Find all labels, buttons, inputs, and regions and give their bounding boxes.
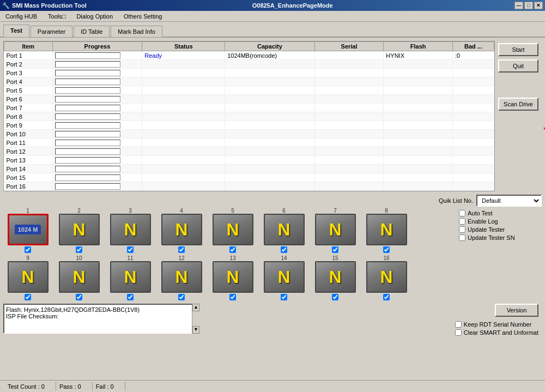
- update-tester-sn-label: Update Tester SN: [468, 234, 515, 241]
- port-box[interactable]: N: [366, 261, 407, 293]
- port-checkbox[interactable]: [229, 294, 236, 300]
- port-checkbox[interactable]: [229, 246, 236, 253]
- port-checkbox[interactable]: [281, 246, 287, 253]
- minimize-button[interactable]: —: [514, 2, 523, 9]
- port-box[interactable]: N: [315, 214, 356, 245]
- port-icon-wrapper: 14N: [259, 255, 308, 300]
- port-number: 3: [129, 208, 132, 214]
- enable-log-row: Enable Log: [459, 218, 537, 225]
- table-cell: [225, 69, 315, 77]
- port-checkbox[interactable]: [127, 294, 134, 300]
- table-cell: [52, 77, 142, 86]
- port-checkbox[interactable]: [25, 246, 31, 253]
- port-box[interactable]: N: [59, 214, 100, 245]
- table-cell: [452, 95, 494, 104]
- port-box[interactable]: N: [213, 214, 253, 245]
- table-row: Port 8: [4, 112, 494, 121]
- port-box[interactable]: N: [213, 261, 253, 293]
- port-box[interactable]: N: [264, 261, 305, 293]
- table-cell: [142, 156, 225, 165]
- port-box[interactable]: N: [264, 214, 305, 245]
- table-cell: [384, 173, 453, 182]
- table-cell: [52, 95, 142, 104]
- port-icon-wrapper: 5N: [208, 208, 257, 253]
- quick-list-select[interactable]: Default: [476, 195, 542, 207]
- port-checkbox[interactable]: [332, 294, 338, 300]
- menu-others-setting[interactable]: Others Setting: [120, 12, 165, 21]
- status-bar: Test Count : 0 Pass : 0 Fail : 0: [0, 380, 545, 392]
- close-button[interactable]: ✕: [534, 2, 543, 9]
- maximize-button[interactable]: □: [524, 2, 533, 9]
- table-section: Item Progress Status Capacity Serial Fla…: [0, 38, 545, 195]
- port-checkbox[interactable]: [383, 246, 390, 253]
- port-checkbox[interactable]: [127, 246, 134, 253]
- port-box[interactable]: N: [315, 261, 356, 293]
- app-icon: 🔧: [2, 2, 10, 9]
- clear-smart-checkbox[interactable]: [455, 329, 462, 336]
- port-checkbox[interactable]: [76, 294, 82, 300]
- scan-drive-button[interactable]: Scan Drive: [498, 98, 538, 111]
- auto-test-checkbox[interactable]: [459, 210, 465, 216]
- menu-tools[interactable]: Tools□: [45, 12, 69, 21]
- port-n-label: N: [72, 220, 85, 240]
- table-cell: [314, 86, 384, 95]
- table-cell: Port 5: [4, 86, 53, 95]
- port-box[interactable]: N: [8, 261, 49, 293]
- table-cell: [314, 182, 384, 191]
- port-box[interactable]: N: [366, 214, 407, 245]
- table-cell: [314, 165, 384, 173]
- flash-scrollbar[interactable]: ▲ ▼: [192, 304, 199, 334]
- port-checkbox[interactable]: [178, 294, 185, 300]
- quick-list-row: Quik List No. Default: [0, 195, 545, 207]
- table-cell: [314, 77, 384, 86]
- tab-test[interactable]: Test: [3, 25, 29, 37]
- port-box[interactable]: N: [59, 261, 100, 293]
- menu-config-hub[interactable]: Config HUB: [2, 12, 40, 21]
- pass-count: Pass : 0: [56, 382, 93, 391]
- quit-button[interactable]: Quit: [498, 59, 538, 73]
- table-cell: [52, 130, 142, 138]
- port-icon-wrapper: 2N: [55, 208, 104, 253]
- port-checkbox[interactable]: [281, 294, 287, 300]
- tab-id-table[interactable]: ID Table: [74, 26, 110, 37]
- col-serial: Serial: [314, 42, 384, 51]
- table-cell: [225, 95, 315, 104]
- enable-log-checkbox[interactable]: [459, 218, 465, 225]
- start-button[interactable]: Start: [498, 43, 538, 56]
- port-icon-wrapper: 13N: [208, 255, 257, 300]
- table-cell: [52, 69, 142, 77]
- port-box[interactable]: N: [110, 261, 151, 293]
- table-cell: [384, 182, 453, 191]
- table-cell: [52, 182, 142, 191]
- update-tester-checkbox[interactable]: [459, 226, 465, 233]
- port-n-label: N: [175, 267, 187, 287]
- port-box[interactable]: N: [161, 214, 202, 245]
- port-box-active[interactable]: 1024 M: [8, 214, 49, 245]
- port-checkbox[interactable]: [332, 246, 338, 253]
- scroll-up[interactable]: ▲: [192, 304, 199, 311]
- update-tester-label: Update Tester: [468, 226, 505, 233]
- port-number: 12: [178, 255, 184, 261]
- scroll-down[interactable]: ▼: [192, 326, 199, 334]
- version-button[interactable]: Version: [495, 304, 538, 317]
- table-cell: [225, 112, 315, 121]
- port-icon-wrapper: 8N: [362, 208, 411, 253]
- port-box[interactable]: N: [110, 214, 151, 245]
- table-cell: [314, 95, 384, 104]
- tab-mark-bad-info[interactable]: Mark Bad Info: [111, 26, 162, 37]
- table-cell: :0: [452, 51, 494, 60]
- port-box[interactable]: N: [161, 261, 202, 293]
- port-checkbox[interactable]: [383, 294, 390, 300]
- menu-dialog-option[interactable]: Dialog Option: [73, 12, 116, 21]
- update-tester-sn-checkbox[interactable]: [459, 234, 465, 241]
- table-cell: [384, 77, 453, 86]
- table-cell: [452, 69, 494, 77]
- tab-parameter[interactable]: Parameter: [31, 26, 72, 37]
- keep-rdt-checkbox[interactable]: [455, 321, 462, 328]
- port-checkbox[interactable]: [178, 246, 185, 253]
- port-number: 1: [26, 208, 29, 214]
- port-number: 6: [282, 208, 286, 214]
- table-cell: [142, 138, 225, 147]
- port-checkbox[interactable]: [25, 294, 31, 300]
- port-checkbox[interactable]: [76, 246, 82, 253]
